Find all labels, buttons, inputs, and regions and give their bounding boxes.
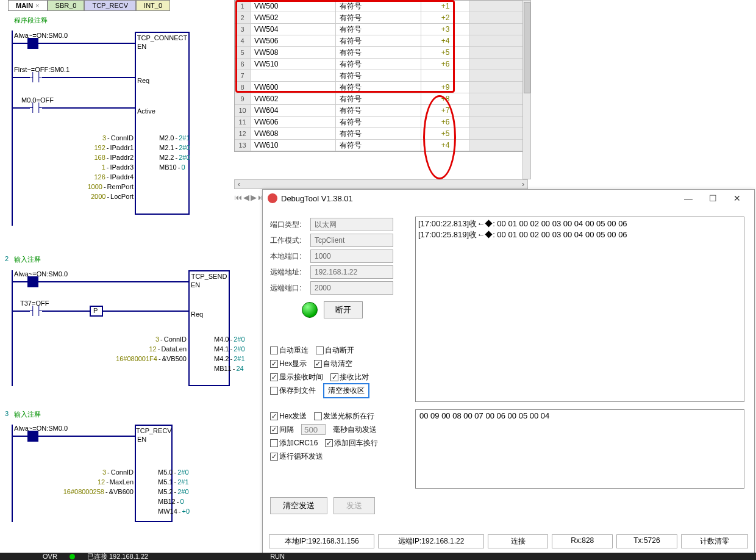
hscrollbar[interactable]: ‹› <box>234 179 528 189</box>
addr-cell[interactable]: VW608 <box>251 128 336 139</box>
window-titlebar[interactable]: DebugTool V1.38.01 — ☐ ✕ <box>263 190 754 207</box>
clear-count-button[interactable]: 计数清零 <box>681 534 748 548</box>
row-number: 10 <box>235 105 251 116</box>
minimize-icon[interactable]: — <box>676 193 701 203</box>
table-row[interactable]: 10 VW604 有符号 +7 <box>235 105 529 117</box>
table-row[interactable]: 3 VW504 有符号 +3 <box>235 24 529 35</box>
type-cell[interactable]: 有符号 <box>336 47 421 58</box>
type-cell[interactable]: 有符号 <box>336 128 421 139</box>
port-type-select[interactable]: 以太网 <box>310 218 393 231</box>
nav-controls[interactable]: ⏮◀▶⏭ <box>234 193 266 202</box>
value-cell: +6 <box>421 117 470 127</box>
tcp-connect-block <box>135 32 190 215</box>
table-row[interactable]: 11 VW606 有符号 +6 <box>235 117 529 128</box>
chk-auto-clear[interactable]: 自动清空 <box>314 359 352 369</box>
addr-cell[interactable]: VW610 <box>251 140 336 151</box>
addr-cell[interactable]: VW500 <box>251 1 336 12</box>
table-row[interactable]: 1 VW500 有符号 +1 <box>235 1 529 12</box>
type-cell[interactable]: 有符号 <box>336 12 421 23</box>
chk-add-crc[interactable]: 添加CRC16 <box>270 438 318 448</box>
type-cell[interactable]: 有符号 <box>336 70 421 81</box>
disconnect-button[interactable]: 断开 <box>324 301 363 318</box>
table-row[interactable]: 6 VW510 有符号 +6 <box>235 59 529 70</box>
chk-add-crlf[interactable]: 添加回车换行 <box>325 438 378 448</box>
send-textarea[interactable]: 00 09 00 08 00 07 00 06 00 05 00 04 <box>415 409 744 489</box>
row-number: 12 <box>235 128 251 139</box>
tab-int[interactable]: INT_0 <box>136 0 170 11</box>
type-cell[interactable]: 有符号 <box>336 82 421 93</box>
debugtool-window: DebugTool V1.38.01 — ☐ ✕ 端口类型:以太网 工作模式:T… <box>262 189 755 554</box>
clear-send-button[interactable]: 清空发送 <box>270 497 327 514</box>
value-cell: +7 <box>421 105 470 116</box>
addr-cell[interactable]: VW606 <box>251 117 336 127</box>
chk-save-file[interactable]: 保存到文件 <box>270 386 316 396</box>
chk-recv-compare[interactable]: 接收比对 <box>330 372 369 382</box>
interval-input[interactable] <box>301 424 326 435</box>
addr-cell[interactable]: VW502 <box>251 12 336 23</box>
type-cell[interactable]: 有符号 <box>336 1 421 12</box>
maximize-icon[interactable]: ☐ <box>701 193 725 203</box>
addr-cell[interactable]: VW604 <box>251 105 336 116</box>
remote-addr-input[interactable]: 192.168.1.22 <box>310 265 393 279</box>
value-cell <box>421 70 470 81</box>
local-port-input[interactable]: 1000 <box>310 249 393 263</box>
type-cell[interactable]: 有符号 <box>336 140 421 151</box>
chk-cursor-line[interactable]: 发送光标所在行 <box>314 411 374 422</box>
chk-interval[interactable]: 间隔 <box>270 425 294 435</box>
chk-loop-send[interactable]: 逐行循环发送 <box>270 451 323 462</box>
tab-tcp[interactable]: TCP_RECV <box>84 0 136 11</box>
addr-cell[interactable]: VW602 <box>251 93 336 104</box>
fb-title: TCP_CONNECT <box>136 34 188 41</box>
chk-hex-send[interactable]: Hex发送 <box>270 411 307 422</box>
table-row[interactable]: 4 VW506 有符号 +4 <box>235 35 529 47</box>
close-icon[interactable]: × <box>35 2 39 9</box>
row-number: 8 <box>235 82 251 93</box>
type-cell[interactable]: 有符号 <box>336 35 421 46</box>
tab-sbr[interactable]: SBR_0 <box>48 0 85 11</box>
vscrollbar[interactable] <box>522 0 531 179</box>
type-cell[interactable]: 有符号 <box>336 59 421 70</box>
work-mode-select[interactable]: TcpClient <box>310 234 393 247</box>
value-cell: +9 <box>421 82 470 93</box>
receive-area[interactable]: [17:00:22.813]收←◆: 00 01 00 02 00 03 00 … <box>415 217 744 402</box>
app-icon <box>268 193 277 203</box>
next-icon: ▶ <box>251 193 257 202</box>
addr-cell[interactable]: VW504 <box>251 24 336 35</box>
type-cell[interactable]: 有符号 <box>336 105 421 116</box>
connection-form: 端口类型:以太网 工作模式:TcpClient 本地端口:1000 远端地址:1… <box>270 217 394 318</box>
chk-auto-disconnect[interactable]: 自动断开 <box>316 345 354 356</box>
type-cell[interactable]: 有符号 <box>336 117 421 127</box>
table-row[interactable]: 9 VW602 有符号 +8 <box>235 93 529 105</box>
close-icon[interactable]: ✕ <box>725 193 749 203</box>
table-row[interactable]: 8 VW600 有符号 +9 <box>235 82 529 93</box>
remote-port-input[interactable]: 2000 <box>310 281 393 295</box>
value-cell: +4 <box>421 140 470 151</box>
value-cell: +6 <box>421 59 470 70</box>
table-row[interactable]: 12 VW608 有符号 +5 <box>235 128 529 140</box>
table-row[interactable]: 7 有符号 <box>235 70 529 82</box>
value-cell: +5 <box>421 128 470 139</box>
status-remote-ip: 远端IP:192.168.1.22 <box>378 534 483 548</box>
table-row[interactable]: 13 VW610 有符号 +4 <box>235 140 529 151</box>
connection-status: 已连接 192.168.1.22 <box>87 552 148 561</box>
chk-show-time[interactable]: 显示接收时间 <box>270 372 323 382</box>
send-button[interactable]: 发送 <box>333 497 375 514</box>
status-led-icon <box>302 302 318 318</box>
addr-cell[interactable]: VW510 <box>251 59 336 70</box>
table-row[interactable]: 5 VW508 有符号 +5 <box>235 47 529 59</box>
addr-cell[interactable] <box>251 70 336 81</box>
type-cell[interactable]: 有符号 <box>336 24 421 35</box>
addr-cell[interactable]: VW508 <box>251 47 336 58</box>
tab-main[interactable]: MAIN× <box>8 0 48 11</box>
clear-recv-button[interactable]: 清空接收区 <box>323 383 369 398</box>
status-tx: Tx:5726 <box>616 534 677 548</box>
network-comment: 程序段注释 <box>14 16 48 25</box>
table-row[interactable]: 2 VW502 有符号 +2 <box>235 12 529 24</box>
row-number: 13 <box>235 140 251 151</box>
chk-auto-reconnect[interactable]: 自动重连 <box>270 345 308 356</box>
addr-cell[interactable]: VW600 <box>251 82 336 93</box>
type-cell[interactable]: 有符号 <box>336 93 421 104</box>
addr-cell[interactable]: VW506 <box>251 35 336 46</box>
recv-line: [17:00:22.813]收←◆: 00 01 00 02 00 03 00 … <box>418 218 741 229</box>
chk-hex-display[interactable]: Hex显示 <box>270 359 307 369</box>
